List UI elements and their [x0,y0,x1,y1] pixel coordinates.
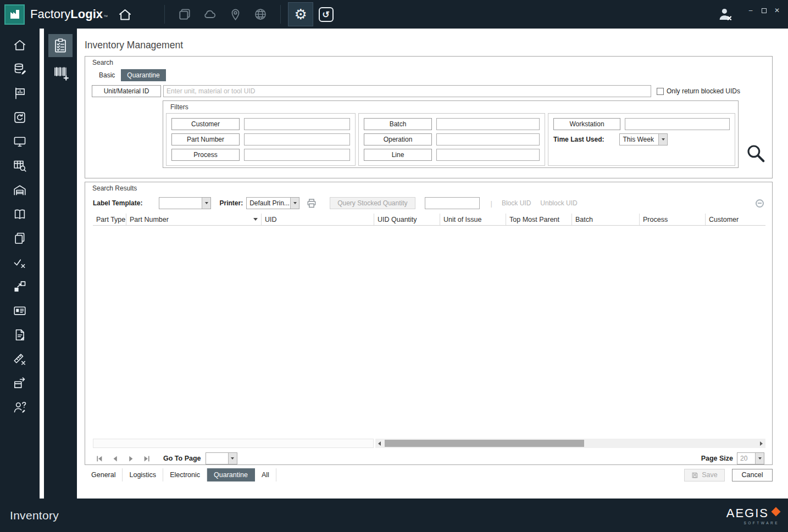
sidebar-item-inventory-search[interactable] [12,158,28,173]
tab-logistics[interactable]: Logistics [123,468,163,481]
column-header-top-most-parent[interactable]: Top Most Parent [506,214,572,225]
sidebar-item-copy[interactable] [12,231,28,246]
transfer-icon [13,279,27,294]
printer-combobox[interactable]: Default Prin... [246,197,299,209]
sidebar-item-work-instructions[interactable] [12,327,28,343]
history-button[interactable]: ↺ [313,2,338,26]
page-size-group: Page Size 20 [701,452,764,464]
column-header-unit-of-issue[interactable]: Unit of Issue [440,214,506,225]
column-header-batch[interactable]: Batch [572,214,640,225]
next-page-button[interactable] [125,454,137,463]
sidebar-item-workstation[interactable] [12,134,28,149]
sidebar-item-transfer[interactable] [12,279,28,294]
scroll-right-button[interactable] [757,439,765,448]
combo-arrow-button[interactable] [228,453,237,464]
unit-material-id-button[interactable]: Unit/Material ID [92,85,161,97]
last-page-button[interactable] [141,454,153,463]
titlebar-right: – ✕ [717,5,788,23]
globe-button[interactable] [248,2,273,26]
print-label-button[interactable] [306,198,317,209]
sidebar-item-user-support[interactable] [12,400,28,415]
column-header-uid[interactable]: UID [262,214,374,225]
column-header-uid-quantity[interactable]: UID Quantity [374,214,440,225]
subbar-item-audit[interactable] [48,34,73,57]
first-page-button[interactable] [93,454,105,463]
sidebar-gap [40,29,44,499]
sidebar-item-production[interactable] [12,86,28,101]
column-header-customer[interactable]: Customer [706,214,765,225]
sidebar-item-nonconformance[interactable] [12,351,28,367]
tab-quarantine[interactable]: Quarantine [121,69,165,81]
column-header-process[interactable]: Process [640,214,706,225]
filter-operation-button[interactable]: Operation [364,133,432,145]
maximize-button[interactable] [758,5,769,15]
filter-part-number-input[interactable] [244,133,350,145]
filter-workstation-input[interactable] [625,118,730,130]
column-header-part-number[interactable]: Part Number [126,214,262,225]
tab-general[interactable]: General [85,468,123,481]
previous-page-button[interactable] [109,454,121,463]
tab-electronic[interactable]: Electronic [163,468,207,481]
filter-batch-input[interactable] [436,118,540,130]
run-search-button[interactable] [739,100,772,168]
filter-workstation-button[interactable]: Workstation [553,118,620,130]
search-groupbox-title: Search [85,57,772,66]
sidebar-item-shipping[interactable] [12,376,28,391]
column-header-part-type[interactable]: Part Type [93,214,126,225]
frozen-scroll-track[interactable] [93,439,374,448]
home-button[interactable] [118,7,132,22]
filter-part-number-button[interactable]: Part Number [171,133,240,145]
chevron-down-icon [293,202,297,204]
time-last-used-combobox[interactable]: This Week [619,133,668,145]
horizontal-scrollbar[interactable] [375,439,765,448]
filter-line-button[interactable]: Line [364,149,432,161]
save-button[interactable]: Save [684,469,725,481]
filter-line-input[interactable] [436,149,540,161]
label-template-combobox[interactable] [159,197,211,209]
scrollbar-thumb[interactable] [385,440,584,447]
combo-arrow-button[interactable] [658,134,667,145]
cancel-button[interactable]: Cancel [732,469,773,481]
sidebar-item-id-card[interactable] [12,303,28,318]
user-logout-button[interactable] [717,6,733,23]
layers-button[interactable] [172,2,197,26]
stocked-quantity-input[interactable] [425,197,480,209]
page-size-combobox[interactable]: 20 [737,452,764,464]
unblock-uid-button[interactable]: Unblock UID [540,199,577,207]
filter-operation-input[interactable] [436,133,540,145]
location-button[interactable] [223,2,248,26]
sidebar-item-materials[interactable] [12,61,28,77]
filter-process-input[interactable] [244,149,350,161]
unit-uid-input[interactable] [163,85,651,97]
go-to-page-combobox[interactable] [206,452,237,464]
sidebar-item-home[interactable] [12,37,28,53]
scroll-left-button[interactable] [375,439,384,448]
tab-all[interactable]: All [255,468,276,481]
minimize-button[interactable]: – [745,5,756,15]
block-uid-button[interactable]: Block UID [502,199,531,207]
only-blocked-checkbox[interactable] [657,88,664,95]
filter-customer-button[interactable]: Customer [171,118,240,130]
filter-process-button[interactable]: Process [171,149,240,161]
close-button[interactable]: ✕ [772,5,783,15]
cancel-label: Cancel [742,471,763,479]
query-stocked-quantity-button[interactable]: Query Stocked Quantity [330,197,415,209]
time-last-used-label: Time Last Used: [553,136,604,143]
sidebar-item-warehouse[interactable] [12,182,28,198]
sidebar-item-validation[interactable] [12,255,28,270]
tab-basic[interactable]: Basic [93,69,121,81]
subbar-item-barcode[interactable] [48,61,73,85]
filter-customer-input[interactable] [244,118,350,130]
combo-arrow-button[interactable] [755,453,764,464]
combo-arrow-button[interactable] [202,198,210,209]
sidebar-item-repair[interactable] [12,110,28,125]
remove-icon[interactable] [756,199,764,208]
settings-button[interactable]: ⚙ [288,2,313,26]
gear-icon: ⚙ [294,7,307,21]
cloud-button[interactable] [197,2,223,26]
combo-arrow-button[interactable] [290,198,299,209]
tab-quarantine-bottom[interactable]: Quarantine [207,468,255,481]
filter-batch-button[interactable]: Batch [364,118,432,130]
sidebar-item-documentation[interactable] [12,206,28,222]
search-results-groupbox: Search Results Label Template: Printer: … [85,182,773,465]
